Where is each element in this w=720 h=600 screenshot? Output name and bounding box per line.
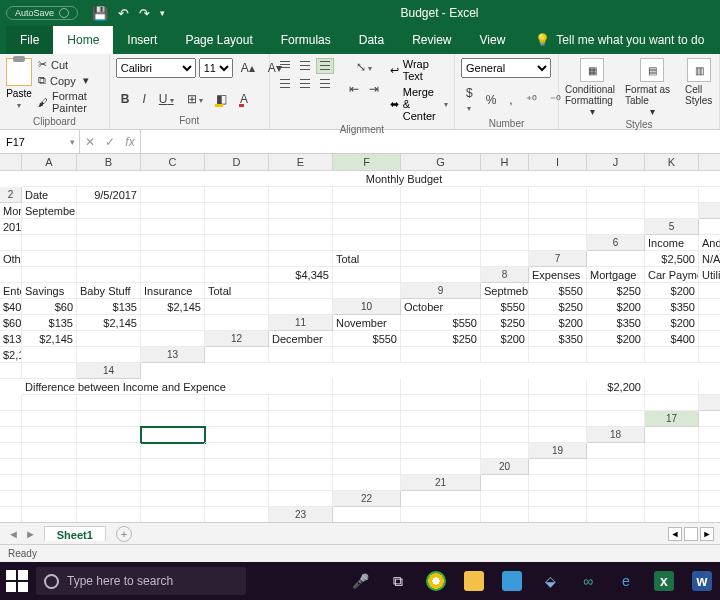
enter-icon[interactable]: ✓ (100, 135, 120, 149)
cell-A9[interactable]: Septmeber (481, 283, 529, 299)
cell-F8[interactable]: Entertainment (0, 283, 22, 299)
word-icon[interactable]: w (690, 569, 714, 593)
cell-J2[interactable] (587, 187, 645, 203)
cell-G16[interactable] (269, 411, 333, 427)
cell-J16[interactable] (481, 411, 529, 427)
cell-I19[interactable] (205, 459, 269, 475)
cell-L18[interactable] (481, 443, 529, 459)
cell-D5[interactable] (22, 235, 77, 251)
cell-E7[interactable] (0, 267, 22, 283)
col-header-H[interactable]: H (481, 154, 529, 171)
cell-F7[interactable] (22, 267, 77, 283)
cell-B23[interactable] (401, 507, 481, 522)
cell-E13[interactable] (481, 347, 529, 363)
cell-L11[interactable] (141, 331, 205, 347)
cell-L9[interactable] (269, 299, 333, 315)
cell-L2[interactable] (699, 187, 720, 203)
cell-J14[interactable]: $2,200 (587, 379, 645, 395)
cancel-icon[interactable]: ✕ (80, 135, 100, 149)
cell-E16[interactable] (141, 411, 205, 427)
cell-H7[interactable] (141, 267, 205, 283)
cell-C3[interactable] (77, 203, 141, 219)
cell-D8[interactable]: Utilites (699, 267, 720, 283)
cell-F19[interactable] (22, 459, 77, 475)
cell-H13[interactable] (645, 347, 699, 363)
row-header-23[interactable]: 23 (269, 507, 333, 522)
cell-G8[interactable]: Savings (22, 283, 77, 299)
tab-scroll-right-icon[interactable]: ► (25, 528, 36, 540)
cell-A3[interactable]: Month (0, 203, 22, 219)
arduino-icon[interactable]: ∞ (576, 569, 600, 593)
cell-I15[interactable] (481, 395, 529, 411)
cell-K17[interactable] (481, 427, 529, 443)
cell-C17[interactable] (0, 427, 22, 443)
tab-formulas[interactable]: Formulas (267, 26, 345, 54)
cell-F17[interactable] (141, 427, 205, 443)
wrap-text-button[interactable]: ↩Wrap Text (390, 58, 448, 82)
tell-me[interactable]: 💡Tell me what you want to do (519, 26, 704, 54)
orientation-button[interactable]: ⤡ (344, 58, 384, 76)
cell-A22[interactable] (401, 491, 481, 507)
cell-K7[interactable] (333, 267, 401, 283)
cell-D13[interactable] (401, 347, 481, 363)
cell-D16[interactable] (77, 411, 141, 427)
cell-D9[interactable]: $200 (645, 283, 699, 299)
col-header-A[interactable]: A (22, 154, 77, 171)
cell-K20[interactable] (269, 475, 333, 491)
mic-icon[interactable]: 🎤 (348, 569, 372, 593)
cell-B15[interactable] (22, 395, 77, 411)
font-name-select[interactable]: Calibri (116, 58, 196, 78)
cell-C9[interactable]: $250 (587, 283, 645, 299)
cell-B7[interactable]: $2,500 (645, 251, 699, 267)
cell-C4[interactable] (22, 219, 77, 235)
cell-I6[interactable] (269, 251, 333, 267)
col-header-C[interactable]: C (141, 154, 205, 171)
row-header-5[interactable]: 5 (645, 219, 699, 235)
col-header-B[interactable]: B (77, 154, 141, 171)
cell-L19[interactable] (401, 459, 481, 475)
cell-A10[interactable]: October (401, 299, 481, 315)
cell-G19[interactable] (77, 459, 141, 475)
cell-C2[interactable] (141, 187, 205, 203)
cell-C16[interactable] (22, 411, 77, 427)
cell-C5[interactable] (0, 235, 22, 251)
row-header-8[interactable]: 8 (481, 267, 529, 283)
cell-G14[interactable] (401, 379, 481, 395)
cell-G23[interactable] (699, 507, 720, 522)
cell-H12[interactable]: $60 (699, 331, 720, 347)
name-box[interactable]: F17 (0, 130, 80, 153)
cell-D11[interactable]: $200 (529, 315, 587, 331)
cell-B20[interactable] (587, 459, 645, 475)
cell-F22[interactable] (699, 491, 720, 507)
cell-A23[interactable] (333, 507, 401, 522)
cell-A5[interactable] (699, 219, 720, 235)
cell-J7[interactable]: $4,345 (269, 267, 333, 283)
row-header-6[interactable]: 6 (587, 235, 645, 251)
cell-E15[interactable] (205, 395, 269, 411)
row-header-9[interactable]: 9 (401, 283, 481, 299)
cell-D18[interactable] (0, 443, 22, 459)
cell-D22[interactable] (587, 491, 645, 507)
cell-I17[interactable] (333, 427, 401, 443)
cell-G12[interactable]: $400 (645, 331, 699, 347)
cell-B13[interactable] (269, 347, 333, 363)
cell-F11[interactable]: $200 (645, 315, 699, 331)
cell-E18[interactable] (22, 443, 77, 459)
col-header-K[interactable]: K (645, 154, 699, 171)
start-button[interactable] (6, 570, 28, 592)
cell-A7[interactable] (587, 251, 645, 267)
bold-button[interactable]: B (116, 90, 135, 108)
cell-C12[interactable]: $250 (401, 331, 481, 347)
cell-D20[interactable] (699, 459, 720, 475)
cell-A17[interactable] (699, 411, 720, 427)
cell-K4[interactable] (529, 219, 587, 235)
cell-I18[interactable] (269, 443, 333, 459)
cell-E2[interactable] (269, 187, 333, 203)
row-header-18[interactable]: 18 (587, 427, 645, 443)
save-icon[interactable]: 💾 (92, 6, 108, 21)
cell-H22[interactable] (0, 507, 22, 522)
cell-C13[interactable] (333, 347, 401, 363)
cell-I3[interactable] (481, 203, 529, 219)
cell-D6[interactable]: Other Income (0, 251, 22, 267)
cell-J5[interactable] (401, 235, 481, 251)
